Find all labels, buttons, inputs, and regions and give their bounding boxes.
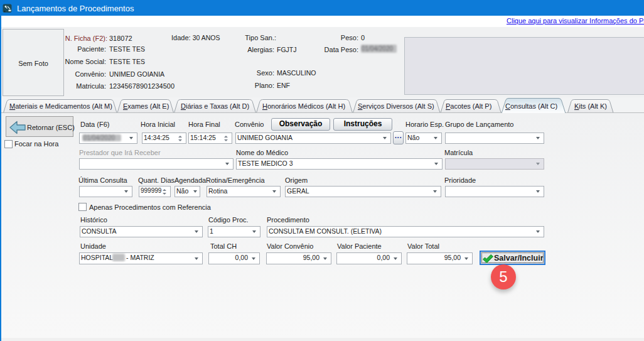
svg-text:Consultas (Alt C): Consultas (Alt C) [505, 102, 557, 110]
svg-text:Pacotes (Alt P): Pacotes (Alt P) [446, 102, 491, 110]
svg-text:Diárias e Taxas (Alt D): Diárias e Taxas (Alt D) [181, 102, 249, 110]
svg-text:Honorários Médicos (Alt H): Honorários Médicos (Alt H) [262, 102, 345, 110]
svg-text:Serviços Diversos (Alt S): Serviços Diversos (Alt S) [358, 102, 434, 110]
svg-text:Kits (Alt K): Kits (Alt K) [574, 102, 607, 110]
svg-text:Exames (Alt E): Exames (Alt E) [123, 102, 169, 110]
svg-text:Materiais e Medicamentos (Alt: Materiais e Medicamentos (Alt M) [9, 102, 112, 110]
